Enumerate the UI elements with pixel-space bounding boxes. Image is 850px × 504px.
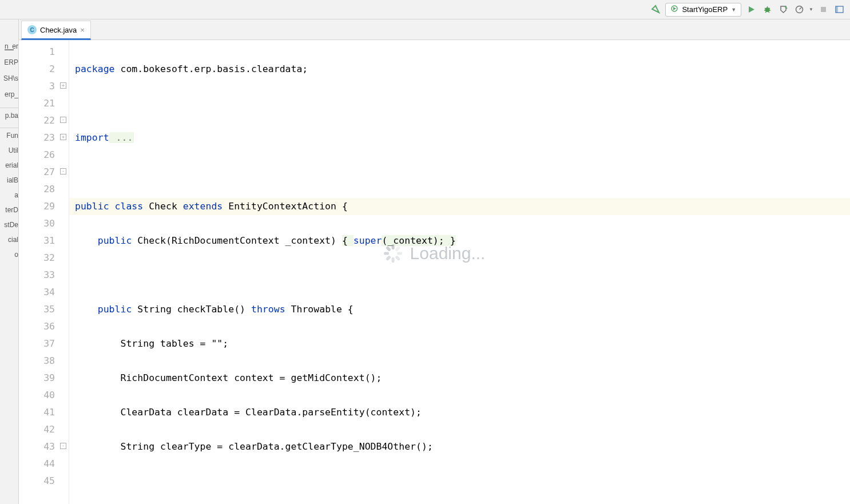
tree-item-fragment[interactable]: erial [0,160,18,175]
debug-icon[interactable] [761,3,773,16]
layout-icon[interactable] [833,3,845,16]
tree-item-fragment[interactable]: Util [0,145,18,160]
line-number: 35 [19,301,69,318]
run-config-name: StartYigoERP [682,5,728,14]
java-class-icon: C [27,25,37,34]
tab-filename: Check.java [40,26,77,34]
line-number: 41 [19,404,69,421]
line-number: 34 [19,284,69,301]
line-number: 39 [19,370,69,387]
line-number: 44 [19,455,69,473]
line-number: 30 [19,215,69,232]
line-number: 29 [19,198,69,215]
line-number: 37 [19,335,69,352]
fold-expand-icon[interactable]: + [60,82,66,89]
file-tab-check-java[interactable]: C Check.java × [21,21,91,40]
line-number: 43- [19,438,69,455]
profile-dropdown-icon[interactable]: ▼ [809,7,813,12]
tree-item-fragment[interactable]: Fun [0,130,18,145]
tree-item-fragment[interactable]: a [0,190,18,205]
chevron-down-icon: ▼ [731,7,736,13]
fold-collapse-icon[interactable]: - [60,117,66,123]
line-number: 28 [19,181,69,198]
line-number: 3+ [19,78,69,95]
line-number: 33 [19,267,69,284]
tree-item-fragment[interactable]: cial [0,235,18,249]
fold-collapse-icon[interactable]: - [60,168,66,174]
line-number: 38 [19,352,69,370]
editor-tab-bar: C Check.java × [19,19,850,40]
line-number: 22- [19,112,69,129]
tree-item-fragment[interactable]: terD [0,205,18,220]
code-editor[interactable]: 123+2122-23+2627-28293031323334353637383… [19,40,850,504]
run-icon[interactable] [745,3,757,16]
coverage-icon[interactable] [777,3,789,16]
line-number: 42 [19,421,69,438]
line-number: 31 [19,232,69,249]
tree-item-fragment[interactable]: ialB [0,175,18,190]
line-number: 1 [19,43,69,61]
main-area: — n_erERPSH\s_erpp.baFunUtilerialialBate… [0,19,850,504]
main-toolbar: StartYigoERP ▼ ▼ [0,0,850,19]
fold-expand-icon[interactable]: + [60,134,66,140]
line-number: 40 [19,387,69,404]
editor-area: C Check.java × 123+2122-23+2627-28293031… [19,19,850,504]
line-number: 27- [19,164,69,181]
stop-icon[interactable] [817,3,829,16]
tree-item-fragment[interactable]: o [0,249,18,264]
line-number: 26 [19,146,69,164]
profile-icon[interactable] [793,3,805,16]
tree-item-fragment[interactable]: stDe [0,220,18,235]
fold-collapse-icon[interactable]: - [60,443,66,449]
project-tree-collapsed[interactable]: — n_erERPSH\s_erpp.baFunUtilerialialBate… [0,19,19,504]
svg-rect-3 [821,7,826,12]
code-content[interactable]: package com.bokesoft.erp.basis.cleardata… [69,40,850,504]
run-configuration-dropdown[interactable]: StartYigoERP ▼ [665,3,741,17]
tree-item-fragment[interactable]: p.ba [0,110,18,125]
tree-item-fragment[interactable]: _erp [0,89,18,105]
line-number: 36 [19,318,69,335]
svg-point-1 [765,7,769,12]
build-icon[interactable] [649,3,662,16]
line-number-gutter: 123+2122-23+2627-28293031323334353637383… [19,40,69,504]
run-config-icon [670,5,678,14]
minimize-icon[interactable]: — [5,45,16,56]
line-number: 23+ [19,129,69,146]
tree-item-fragment[interactable]: SH\s [0,73,18,89]
line-number: 21 [19,95,69,112]
line-number: 32 [19,249,69,267]
line-number: 45 [19,473,69,490]
close-tab-icon[interactable]: × [80,26,85,34]
line-number: 2 [19,61,69,78]
svg-rect-5 [836,6,838,13]
tree-item-fragment[interactable]: ERP [0,57,18,73]
